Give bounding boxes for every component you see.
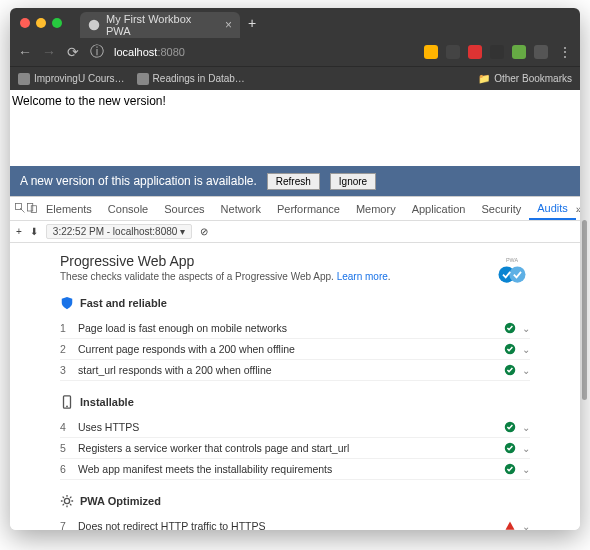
shield-icon <box>60 296 74 310</box>
welcome-text: Welcome to the new version! <box>12 94 166 108</box>
banner-text: A new version of this application is ava… <box>20 174 257 188</box>
browser-tab[interactable]: My First Workbox PWA × <box>80 12 240 38</box>
audit-number: 6 <box>60 463 78 475</box>
audit-text: Web app manifest meets the installabilit… <box>78 463 504 475</box>
audit-row[interactable]: 2Current page responds with a 200 when o… <box>60 339 530 360</box>
tab-close-button[interactable]: × <box>225 18 232 32</box>
devtools-tab-sources[interactable]: Sources <box>156 197 212 220</box>
audit-text: Registers a service worker that controls… <box>78 442 504 454</box>
device-toggle-icon[interactable] <box>26 202 38 216</box>
audit-number: 1 <box>60 322 78 334</box>
browser-menu-icon[interactable]: ⋮ <box>558 44 572 60</box>
nav-forward-icon[interactable]: → <box>42 44 56 60</box>
close-window-button[interactable] <box>20 18 30 28</box>
extension-icon[interactable] <box>446 45 460 59</box>
tab-title: My First Workbox PWA <box>106 13 219 37</box>
toolbar-run-select[interactable]: 3:22:52 PM - localhost:8080 ▾ <box>46 224 192 239</box>
audit-text: Uses HTTPS <box>78 421 504 433</box>
audit-status: ⌄ <box>504 520 530 530</box>
chevron-down-icon[interactable]: ⌄ <box>522 323 530 334</box>
check-icon <box>504 322 516 334</box>
audit-status: ⌄ <box>504 442 530 454</box>
toolbar-new-audit-icon[interactable]: + <box>16 226 22 237</box>
learn-more-link[interactable]: Learn more <box>337 271 388 282</box>
audit-status: ⌄ <box>504 364 530 376</box>
site-info-icon[interactable]: ⓘ <box>90 43 104 61</box>
audit-title: Progressive Web App <box>60 253 530 269</box>
audit-text: start_url responds with a 200 when offli… <box>78 364 504 376</box>
extension-icon[interactable] <box>424 45 438 59</box>
extension-icons <box>424 45 548 59</box>
page-viewport: Welcome to the new version! A new versio… <box>10 90 580 530</box>
maximize-window-button[interactable] <box>52 18 62 28</box>
new-tab-button[interactable]: + <box>248 15 256 31</box>
extension-icon[interactable] <box>490 45 504 59</box>
section-name: Fast and reliable <box>80 297 167 309</box>
bookmark-label: ImprovingU Cours… <box>34 73 125 84</box>
section-name: Installable <box>80 396 134 408</box>
chevron-down-icon[interactable]: ⌄ <box>522 344 530 355</box>
bookmark-favicon <box>18 73 30 85</box>
check-icon <box>504 463 516 475</box>
bookmarks-bar: ImprovingU Cours…Readings in Datab… 📁 Ot… <box>10 66 580 90</box>
devtools-tab-audits[interactable]: Audits <box>529 197 576 220</box>
audit-row[interactable]: 3start_url responds with a 200 when offl… <box>60 360 530 381</box>
svg-point-11 <box>66 406 68 408</box>
bookmark-item[interactable]: Readings in Datab… <box>137 73 245 85</box>
refresh-button[interactable]: Refresh <box>267 173 320 190</box>
chevron-down-icon[interactable]: ⌄ <box>522 365 530 376</box>
audit-number: 5 <box>60 442 78 454</box>
devtools-tabs: ElementsConsoleSourcesNetworkPerformance… <box>10 197 580 221</box>
audit-row[interactable]: 4Uses HTTPS⌄ <box>60 417 530 438</box>
devtools-tab-memory[interactable]: Memory <box>348 197 404 220</box>
nav-back-icon[interactable]: ← <box>18 44 32 60</box>
devtools-tab-security[interactable]: Security <box>473 197 529 220</box>
other-bookmarks[interactable]: 📁 Other Bookmarks <box>478 73 572 84</box>
extension-icon[interactable] <box>512 45 526 59</box>
address-bar: ← → ⟳ ⓘ localhost:8080 ⋮ <box>10 38 580 66</box>
devtools-tab-elements[interactable]: Elements <box>38 197 100 220</box>
traffic-lights <box>20 18 62 28</box>
audit-section: Installable4Uses HTTPS⌄5Registers a serv… <box>60 395 530 480</box>
audit-status: ⌄ <box>504 463 530 475</box>
ignore-button[interactable]: Ignore <box>330 173 376 190</box>
svg-rect-3 <box>31 205 36 212</box>
devtools-tab-network[interactable]: Network <box>213 197 269 220</box>
update-banner: A new version of this application is ava… <box>10 166 580 196</box>
nav-reload-icon[interactable]: ⟳ <box>66 44 80 60</box>
chevron-down-icon[interactable]: ⌄ <box>522 464 530 475</box>
audit-row[interactable]: 5Registers a service worker that control… <box>60 438 530 459</box>
extension-icon[interactable] <box>468 45 482 59</box>
audit-section: PWA Optimized7Does not redirect HTTP tra… <box>60 494 530 530</box>
check-icon <box>504 442 516 454</box>
svg-point-6 <box>509 267 525 283</box>
section-name: PWA Optimized <box>80 495 161 507</box>
extension-icon[interactable] <box>534 45 548 59</box>
section-header: Fast and reliable <box>60 296 530 310</box>
audits-toolbar: + ⬇ 3:22:52 PM - localhost:8080 ▾ ⊘ <box>10 221 580 243</box>
bookmark-item[interactable]: ImprovingU Cours… <box>18 73 125 85</box>
devtools-more-tabs[interactable]: » <box>576 203 580 215</box>
audit-text: Does not redirect HTTP traffic to HTTPS <box>78 520 504 530</box>
warning-icon <box>504 520 516 530</box>
other-bookmarks-label: Other Bookmarks <box>494 73 572 84</box>
check-icon <box>504 343 516 355</box>
devtools-tab-console[interactable]: Console <box>100 197 156 220</box>
audit-row[interactable]: 1Page load is fast enough on mobile netw… <box>60 318 530 339</box>
tab-favicon <box>88 19 100 31</box>
url-display[interactable]: localhost:8080 <box>114 46 185 58</box>
inspect-icon[interactable] <box>14 202 26 216</box>
chevron-down-icon[interactable]: ⌄ <box>522 521 530 531</box>
devtools-tab-performance[interactable]: Performance <box>269 197 348 220</box>
audit-text: Current page responds with a 200 when of… <box>78 343 504 355</box>
chevron-down-icon[interactable]: ⌄ <box>522 422 530 433</box>
toolbar-download-icon[interactable]: ⬇ <box>30 226 38 237</box>
toolbar-clear-icon[interactable]: ⊘ <box>200 226 208 237</box>
minimize-window-button[interactable] <box>36 18 46 28</box>
folder-icon: 📁 <box>478 73 490 84</box>
devtools-tab-application[interactable]: Application <box>404 197 474 220</box>
audit-row[interactable]: 7Does not redirect HTTP traffic to HTTPS… <box>60 516 530 530</box>
audit-row[interactable]: 6Web app manifest meets the installabili… <box>60 459 530 480</box>
audit-section: Fast and reliable1Page load is fast enou… <box>60 296 530 381</box>
chevron-down-icon[interactable]: ⌄ <box>522 443 530 454</box>
